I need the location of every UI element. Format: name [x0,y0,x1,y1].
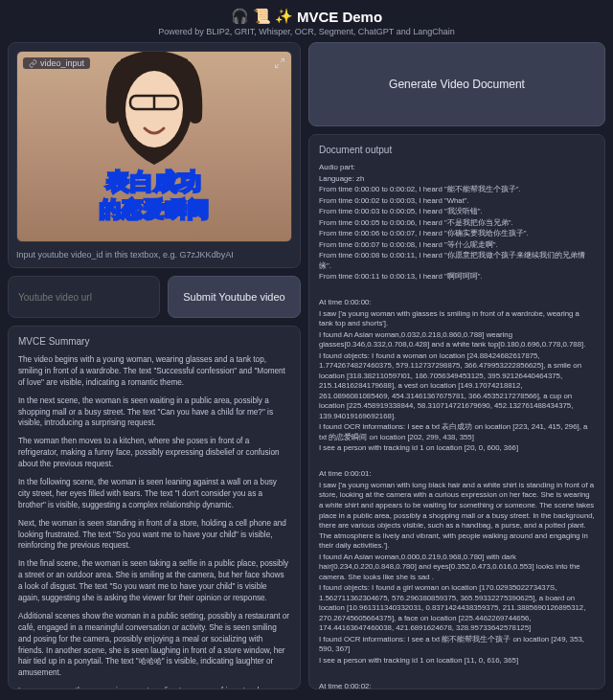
app-subtitle: Powered by BLIP2, GRIT, Whisper, OCR, Se… [0,27,613,36]
output-line: From time 0:00:07 to 0:00:08, I heard "等… [319,240,595,251]
output-line: From time 0:00:00 to 0:00:02, I heard "能… [319,185,595,195]
output-line: From time 0:00:11 to 0:00:13, I heard "啊… [319,272,595,282]
summary-paragraph: Next, the woman is seen standing in fron… [18,518,290,553]
expand-icon[interactable] [274,57,285,69]
video-caption: Input youtube video_id in this textbox, … [16,250,292,260]
output-line: From time 0:00:05 to 0:00:06, I heard "不… [319,218,595,229]
summary-paragraph: In the next scene, the woman is seen wai… [18,395,290,430]
output-line: I found OCR informations: I see a txt 能不… [319,635,595,655]
output-line: I found An Asian woman,0.000,0.219,0.968… [319,553,595,583]
output-line: From time 0:00:03 to 0:00:05, I heard "我… [319,207,595,217]
output-title: Document output [319,145,595,155]
output-body: Audio part:Language: zhFrom time 0:00:00… [319,163,595,689]
output-line [319,283,595,294]
output-line: I found objects: I found a woman on loca… [319,351,595,422]
summary-body: The video begins with a young woman, wea… [18,354,290,689]
generate-document-button[interactable]: Generate Video Document [308,42,605,126]
headphones-icon: 🎧 [231,8,249,25]
output-line: I saw ['a young woman with long black ha… [319,481,595,552]
summary-paragraph: In the final scene, the woman is seen ta… [18,558,290,604]
output-line: I found objects: I found a girl woman on… [319,583,595,634]
app-header: 🎧 📜 ✨ MVCE Demo Powered by BLIP2, GRIT, … [0,0,613,42]
output-line: From time 0:00:06 to 0:00:07, I heard "你… [319,229,595,239]
output-line: I see a person with tracking id 1 on loc… [319,443,595,454]
output-line: At time 0:00:01: [319,469,595,480]
video-overlay-line1: 表白成功 [106,167,202,197]
summary-title: MVCE Summary [18,336,290,347]
output-line: Audio part: [319,163,595,173]
output-line: At time 0:00:00: [319,298,595,308]
output-line: I see a person with tracking id 1 on loc… [319,656,595,666]
summary-paragraph: In a new scene, the woman is seen strugg… [18,686,290,689]
video-tag-label: video_input [40,58,84,68]
output-line: At time 0:00:02: [319,682,595,689]
output-line [319,455,595,465]
output-line: Language: zh [319,174,595,185]
summary-paragraph: Additional scenes show the woman in a pu… [18,611,290,679]
video-tag: video_input [23,57,90,69]
sparkle-icon: ✨ [275,8,293,25]
app-title-text: MVCE Demo [297,9,382,25]
output-line: I saw ['a young woman with glasses is sm… [319,309,595,329]
output-line: From time 0:00:02 to 0:00:03, I heard "W… [319,196,595,207]
output-line: From time 0:00:08 to 0:00:11, I heard "你… [319,251,595,271]
submit-video-button[interactable]: Submit Youtube video [168,276,301,318]
youtube-url-input[interactable] [8,276,160,318]
video-overlay-line2: 的恋爱瞬间 [100,195,210,224]
summary-paragraph: In the following scene, the woman is see… [18,477,290,511]
app-title: 🎧 📜 ✨ MVCE Demo [0,8,613,25]
output-line [319,666,595,677]
link-icon [29,59,37,68]
output-line: I found OCR informations: I see a txt 表白… [319,422,595,442]
scroll-icon: 📜 [253,8,271,25]
summary-paragraph: The woman then moves to a kitchen, where… [18,436,290,470]
video-panel: video_input 表白成功 的恋爱瞬间 Input youtube v [8,42,301,268]
video-preview[interactable]: video_input 表白成功 的恋爱瞬间 [16,51,292,242]
output-line: I found An Asian woman,0.032,0.218,0.860… [319,330,595,350]
output-panel: Document output Audio part:Language: zhF… [308,134,605,689]
summary-panel: MVCE Summary The video begins with a you… [8,326,301,689]
video-frame-person [102,51,207,174]
summary-paragraph: The video begins with a young woman, wea… [18,354,290,389]
